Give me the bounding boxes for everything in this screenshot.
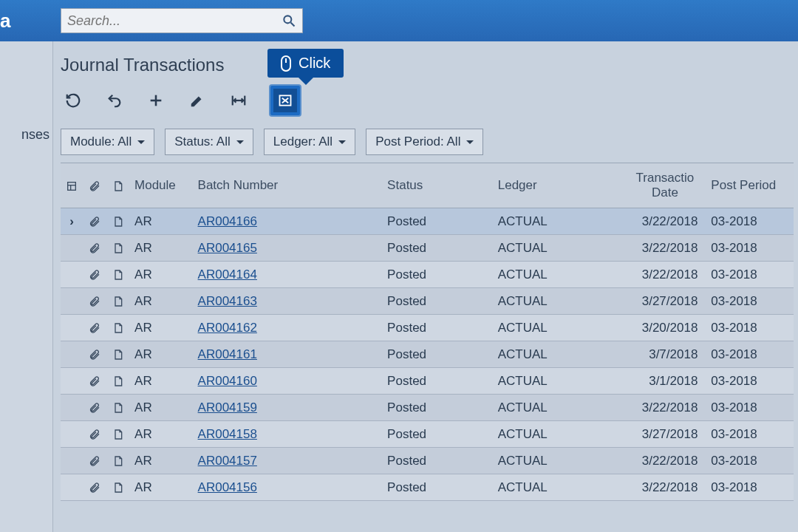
attachment-cell[interactable] bbox=[83, 262, 106, 288]
batch-link[interactable]: AR004164 bbox=[198, 267, 257, 282]
col-transaction-date[interactable]: Transactio Date bbox=[627, 163, 706, 208]
export-excel-icon[interactable] bbox=[270, 86, 300, 115]
expand-cell[interactable] bbox=[61, 474, 83, 501]
col-batch[interactable]: Batch Number bbox=[194, 163, 383, 208]
attachment-cell[interactable] bbox=[83, 315, 106, 341]
col-post-period[interactable]: Post Period bbox=[706, 163, 794, 208]
add-icon[interactable] bbox=[146, 91, 166, 110]
module-cell: AR bbox=[130, 368, 194, 395]
col-date-line1: Transactio bbox=[632, 171, 698, 185]
period-cell: 03-2018 bbox=[706, 315, 794, 341]
batch-link[interactable]: AR004166 bbox=[198, 214, 257, 228]
ledger-cell: ACTUAL bbox=[494, 235, 628, 262]
undo-icon[interactable] bbox=[105, 91, 124, 110]
note-cell[interactable] bbox=[106, 341, 130, 368]
table-row[interactable]: ›ARAR004166PostedACTUAL3/22/201803-2018 bbox=[61, 208, 794, 235]
expand-cell[interactable] bbox=[61, 288, 83, 315]
filter-module[interactable]: Module: All bbox=[61, 129, 154, 155]
table-row[interactable]: ARAR004160PostedACTUAL3/1/201803-2018 bbox=[61, 368, 794, 395]
expand-cell[interactable] bbox=[61, 448, 83, 474]
table-row[interactable]: ARAR004156PostedACTUAL3/22/201803-2018 bbox=[61, 474, 794, 501]
batch-link[interactable]: AR004156 bbox=[198, 480, 257, 494]
note-cell[interactable] bbox=[106, 288, 130, 315]
table-row[interactable]: ARAR004165PostedACTUAL3/22/201803-2018 bbox=[61, 235, 794, 262]
table-row[interactable]: ARAR004157PostedACTUAL3/22/201803-2018 bbox=[61, 448, 794, 474]
filter-ledger-label: Ledger: All bbox=[273, 134, 332, 149]
filter-post-period[interactable]: Post Period: All bbox=[366, 129, 483, 155]
note-cell[interactable] bbox=[106, 368, 130, 395]
attachment-cell[interactable] bbox=[83, 395, 106, 421]
table-row[interactable]: ARAR004158PostedACTUAL3/27/201803-2018 bbox=[61, 421, 794, 448]
col-module[interactable]: Module bbox=[130, 163, 194, 208]
period-cell: 03-2018 bbox=[706, 421, 794, 448]
status-cell: Posted bbox=[383, 421, 494, 448]
document-icon bbox=[112, 402, 124, 414]
batch-link[interactable]: AR004159 bbox=[198, 400, 257, 415]
svg-rect-10 bbox=[68, 182, 76, 190]
expand-cell[interactable] bbox=[61, 315, 83, 341]
ledger-cell: ACTUAL bbox=[494, 288, 628, 315]
chevron-down-icon bbox=[137, 140, 145, 148]
document-icon bbox=[112, 482, 124, 494]
date-cell: 3/20/2018 bbox=[627, 315, 706, 341]
table-row[interactable]: ARAR004164PostedACTUAL3/22/201803-2018 bbox=[61, 262, 794, 288]
col-attachment[interactable] bbox=[83, 163, 106, 208]
batch-link[interactable]: AR004157 bbox=[198, 454, 257, 468]
batch-link[interactable]: AR004160 bbox=[198, 374, 257, 388]
batch-link[interactable]: AR004161 bbox=[198, 347, 257, 361]
search-box[interactable] bbox=[61, 8, 303, 33]
batch-link[interactable]: AR004163 bbox=[198, 294, 257, 308]
search-input[interactable] bbox=[67, 13, 282, 29]
attachment-cell[interactable] bbox=[83, 208, 106, 235]
sidebar-item-fragment[interactable]: nses bbox=[0, 123, 52, 147]
attachment-cell[interactable] bbox=[83, 235, 106, 262]
search-icon[interactable] bbox=[282, 13, 296, 28]
note-cell[interactable] bbox=[106, 315, 130, 341]
expand-cell[interactable]: › bbox=[61, 208, 83, 235]
ledger-cell: ACTUAL bbox=[494, 208, 628, 235]
filter-ledger[interactable]: Ledger: All bbox=[264, 129, 355, 155]
batch-link[interactable]: AR004158 bbox=[198, 427, 257, 441]
table-row[interactable]: ARAR004162PostedACTUAL3/20/201803-2018 bbox=[61, 315, 794, 341]
module-cell: AR bbox=[130, 288, 194, 315]
date-cell: 3/7/2018 bbox=[627, 341, 706, 368]
table-row[interactable]: ARAR004163PostedACTUAL3/27/201803-2018 bbox=[61, 288, 794, 315]
expand-cell[interactable] bbox=[61, 368, 83, 395]
expand-cell[interactable] bbox=[61, 262, 83, 288]
note-cell[interactable] bbox=[106, 448, 130, 474]
batch-link[interactable]: AR004165 bbox=[198, 241, 257, 255]
note-cell[interactable] bbox=[106, 235, 130, 262]
note-cell[interactable] bbox=[106, 474, 130, 501]
fit-columns-icon[interactable] bbox=[229, 91, 248, 110]
document-icon bbox=[112, 349, 124, 361]
batch-link[interactable]: AR004162 bbox=[198, 321, 257, 335]
expand-cell[interactable] bbox=[61, 341, 83, 368]
edit-icon[interactable] bbox=[188, 91, 207, 110]
col-ledger[interactable]: Ledger bbox=[494, 163, 628, 208]
attachment-cell[interactable] bbox=[83, 288, 106, 315]
refresh-icon[interactable] bbox=[64, 91, 83, 110]
note-cell[interactable] bbox=[106, 395, 130, 421]
table-row[interactable]: ARAR004161PostedACTUAL3/7/201803-2018 bbox=[61, 341, 794, 368]
col-note[interactable] bbox=[106, 163, 130, 208]
table-row[interactable]: ARAR004159PostedACTUAL3/22/201803-2018 bbox=[61, 395, 794, 421]
col-status[interactable]: Status bbox=[383, 163, 494, 208]
paperclip-icon bbox=[89, 375, 100, 387]
expand-cell[interactable] bbox=[61, 395, 83, 421]
col-expand[interactable] bbox=[61, 163, 83, 208]
attachment-cell[interactable] bbox=[83, 368, 106, 395]
attachment-cell[interactable] bbox=[83, 421, 106, 448]
expand-cell[interactable] bbox=[61, 235, 83, 262]
attachment-cell[interactable] bbox=[83, 474, 106, 501]
period-cell: 03-2018 bbox=[706, 395, 794, 421]
note-cell[interactable] bbox=[106, 262, 130, 288]
filter-status[interactable]: Status: All bbox=[165, 129, 253, 155]
note-cell[interactable] bbox=[106, 208, 130, 235]
note-cell[interactable] bbox=[106, 421, 130, 448]
attachment-cell[interactable] bbox=[83, 341, 106, 368]
paperclip-icon bbox=[89, 242, 100, 254]
attachment-cell[interactable] bbox=[83, 448, 106, 474]
module-cell: AR bbox=[130, 208, 194, 235]
paperclip-icon bbox=[89, 429, 100, 440]
expand-cell[interactable] bbox=[61, 421, 83, 448]
